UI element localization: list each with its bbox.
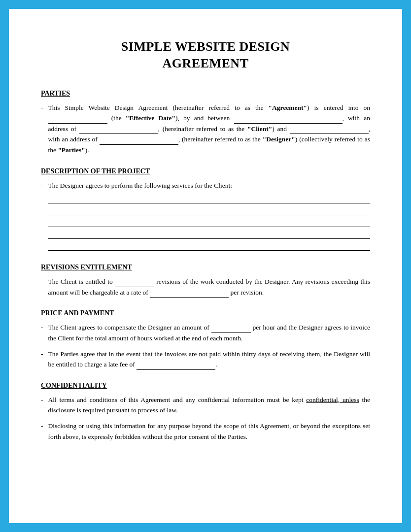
service-line-3 [48, 216, 371, 227]
price-text2: The Parties agree that in the event that… [48, 349, 371, 370]
bullet-dash-7: - [41, 421, 43, 442]
bullet-dash: - [41, 102, 43, 156]
description-item1: - The Designer agrees to perform the fol… [41, 180, 370, 252]
bullet-dash-5: - [41, 349, 43, 370]
price-text1: The Client agrees to compensate the Desi… [48, 322, 371, 343]
price-heading: PRICE AND PAYMENT [41, 309, 370, 317]
party2-address-blank [100, 138, 178, 145]
service-line-2 [48, 204, 371, 215]
price-item1: - The Client agrees to compensate the De… [41, 322, 370, 343]
confidentiality-item1: - All terms and conditions of this Agree… [41, 395, 370, 416]
price-amount-blank [211, 326, 251, 333]
bullet-dash-6: - [41, 395, 43, 416]
party1-name-blank [234, 117, 342, 124]
confidentiality-text2: Disclosing or using this information for… [48, 421, 371, 442]
revisions-rate-blank [150, 291, 229, 298]
service-lines [48, 193, 371, 251]
confidentiality-item2: - Disclosing or using this information f… [41, 421, 370, 442]
description-heading: DESCRIPTION OF THE PROJECT [41, 167, 370, 175]
title-line1: SIMPLE WEBSITE DESIGN [41, 38, 370, 55]
service-line-4 [48, 228, 371, 239]
effective-date-blank [48, 117, 107, 124]
parties-text: This Simple Website Design Agreement (he… [48, 102, 371, 156]
document-title: SIMPLE WEBSITE DESIGN AGREEMENT [41, 38, 370, 72]
confidentiality-text1: All terms and conditions of this Agreeme… [48, 395, 371, 416]
document-page: SIMPLE WEBSITE DESIGN AGREEMENT PARTIES … [9, 9, 402, 523]
party1-address-blank [79, 128, 158, 134]
price-item2: - The Parties agree that in the event th… [41, 349, 370, 370]
party2-name-blank [290, 128, 369, 134]
revisions-heading: REVISIONS ENTITLEMENT [41, 264, 370, 271]
title-line2: AGREEMENT [41, 55, 370, 72]
service-line-5 [48, 240, 371, 251]
outer-border: SIMPLE WEBSITE DESIGN AGREEMENT PARTIES … [0, 0, 411, 532]
bullet-dash-2: - [41, 180, 43, 252]
revisions-text: The Client is entitled to revisions of t… [48, 276, 371, 298]
designer-bold: "Designer" [263, 135, 295, 143]
confidentiality-heading: CONFIDENTIALITY [41, 382, 370, 390]
parties-bold: "Parties" [58, 146, 85, 154]
agreement-bold: "Agreement" [269, 104, 307, 111]
client-bold: "Client" [247, 125, 272, 133]
effective-date-bold: "Effective Date" [126, 114, 175, 122]
parties-item1: - This Simple Website Design Agreement (… [41, 102, 370, 156]
parties-heading: PARTIES [41, 90, 370, 98]
bullet-dash-3: - [41, 276, 43, 298]
late-fee-blank [137, 363, 215, 370]
service-line-1 [48, 193, 371, 203]
revisions-item1: - The Client is entitled to revisions of… [41, 276, 370, 298]
confidential-underline: confidential, unless [306, 396, 359, 403]
bullet-dash-4: - [41, 322, 43, 343]
revisions-count-blank [115, 280, 154, 287]
description-text: The Designer agrees to perform the follo… [48, 180, 371, 252]
